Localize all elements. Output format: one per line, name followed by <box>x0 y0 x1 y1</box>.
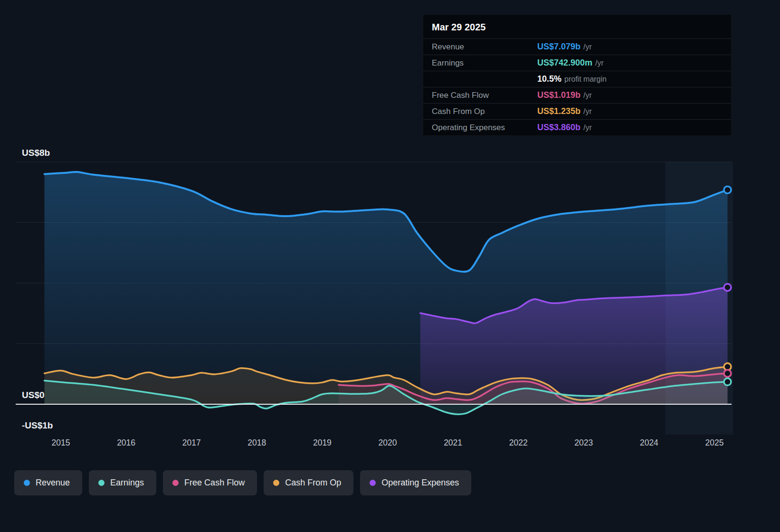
chart-legend: RevenueEarningsFree Cash FlowCash From O… <box>14 470 471 495</box>
y-tick-label: US$0 <box>22 390 45 400</box>
fcf-legend-dot-icon <box>172 480 179 486</box>
legend-label: Cash From Op <box>285 478 341 488</box>
tooltip-row-label: Revenue <box>432 42 537 52</box>
tooltip-row-suffix: /yr <box>583 107 592 115</box>
tooltip-row-label: Cash From Op <box>432 107 537 116</box>
legend-label: Free Cash Flow <box>184 478 245 488</box>
tooltip-rows: RevenueUS$7.079b/yrEarningsUS$742.900m/y… <box>423 39 731 135</box>
x-tick-label: 2018 <box>236 438 278 448</box>
tooltip-row: Cash From OpUS$1.235b/yr <box>423 104 731 120</box>
revenue-legend-dot-icon <box>24 480 30 486</box>
x-tick-label: 2020 <box>366 438 409 448</box>
tooltip-row-value: 10.5%profit margin <box>537 74 723 84</box>
legend-item-opex[interactable]: Operating Expenses <box>360 470 471 495</box>
tooltip-row: 10.5%profit margin <box>423 71 731 87</box>
legend-label: Earnings <box>110 478 144 488</box>
tooltip-row: EarningsUS$742.900m/yr <box>423 55 731 71</box>
tooltip-row-suffix: /yr <box>583 43 592 51</box>
legend-item-cashop[interactable]: Cash From Op <box>264 470 353 495</box>
x-tick-label: 2021 <box>432 438 475 448</box>
tooltip-row-value: US$1.019b/yr <box>537 90 723 100</box>
x-tick-label: 2023 <box>562 438 605 448</box>
chart-tooltip: Mar 29 2025 RevenueUS$7.079b/yrEarningsU… <box>423 14 732 136</box>
tooltip-row: Free Cash FlowUS$1.019b/yr <box>423 87 731 104</box>
tooltip-row-value: US$7.079b/yr <box>537 42 723 52</box>
tooltip-row-suffix: /yr <box>583 91 592 99</box>
tooltip-row-suffix: profit margin <box>564 75 607 83</box>
opex-legend-dot-icon <box>370 480 376 486</box>
marker-opex <box>724 284 731 291</box>
x-tick-label: 2025 <box>693 438 736 448</box>
tooltip-row-label: Free Cash Flow <box>432 91 537 100</box>
x-tick-label: 2019 <box>301 438 343 448</box>
marker-revenue <box>724 186 731 193</box>
tooltip-row-value: US$1.235b/yr <box>537 106 723 116</box>
x-tick-label: 2022 <box>497 438 540 448</box>
legend-item-revenue[interactable]: Revenue <box>14 470 82 495</box>
tooltip-row-value: US$3.860b/yr <box>537 123 723 133</box>
x-tick-label: 2016 <box>105 438 148 448</box>
series-lines <box>45 172 728 414</box>
legend-item-fcf[interactable]: Free Cash Flow <box>163 470 257 495</box>
tooltip-row: RevenueUS$7.079b/yr <box>423 39 731 55</box>
x-tick-label: 2024 <box>628 438 670 448</box>
tooltip-row-label: Earnings <box>432 58 537 68</box>
marker-earnings <box>724 378 731 385</box>
marker-fcf <box>724 370 731 377</box>
x-tick-label: 2017 <box>170 438 213 448</box>
legend-label: Operating Expenses <box>381 478 459 488</box>
y-tick-label: US$8b <box>22 148 50 158</box>
legend-label: Revenue <box>36 478 70 488</box>
x-tick-label: 2015 <box>39 438 82 448</box>
tooltip-row-suffix: /yr <box>595 59 604 67</box>
legend-item-earnings[interactable]: Earnings <box>89 470 156 495</box>
chart-page: { "tooltip": { "date": "Mar 29 2025", "r… <box>0 0 780 532</box>
tooltip-date: Mar 29 2025 <box>423 15 731 39</box>
tooltip-row-label: Operating Expenses <box>432 123 537 133</box>
earnings-legend-dot-icon <box>98 480 105 486</box>
tooltip-row-suffix: /yr <box>583 124 592 132</box>
cashop-legend-dot-icon <box>273 480 279 486</box>
y-tick-label: -US$1b <box>22 420 53 431</box>
tooltip-row-value: US$742.900m/yr <box>537 58 723 68</box>
tooltip-row: Operating ExpensesUS$3.860b/yr <box>423 120 731 135</box>
